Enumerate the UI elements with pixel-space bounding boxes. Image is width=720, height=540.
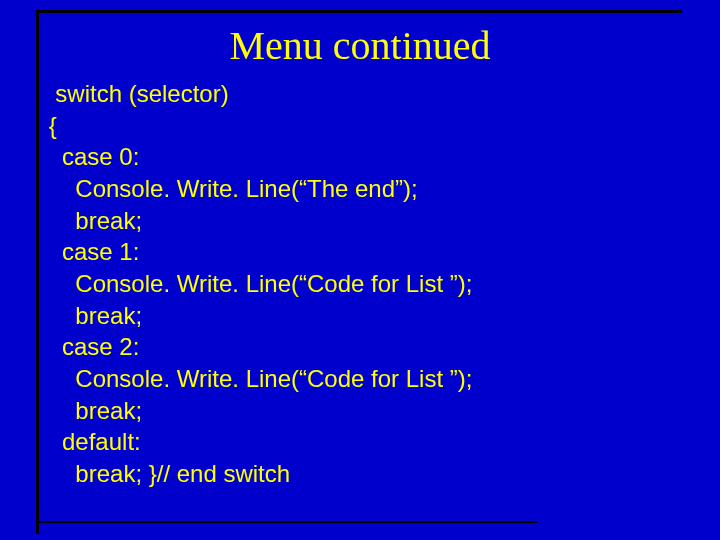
code-line: Console. Write. Line(“Code for List ”);	[42, 270, 472, 297]
code-block: switch (selector) { case 0: Console. Wri…	[42, 78, 472, 490]
code-line: switch (selector)	[42, 80, 229, 107]
code-underline	[38, 521, 538, 523]
code-line: break;	[42, 397, 142, 424]
code-line: Console. Write. Line(“Code for List ”);	[42, 365, 472, 392]
code-line: break; }// end switch	[42, 460, 290, 487]
code-line: case 0:	[42, 143, 139, 170]
code-line: case 2:	[42, 333, 139, 360]
slide: Menu continued switch (selector) { case …	[0, 0, 720, 540]
slide-title: Menu continued	[0, 22, 720, 69]
code-line: default:	[42, 428, 141, 455]
code-line: Console. Write. Line(“The end”);	[42, 175, 418, 202]
code-line: {	[42, 112, 57, 139]
code-line: break;	[42, 207, 142, 234]
code-line: break;	[42, 302, 142, 329]
code-line: case 1:	[42, 238, 139, 265]
